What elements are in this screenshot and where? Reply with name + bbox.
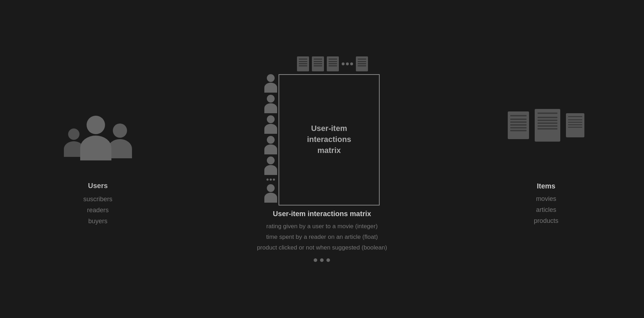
row-person-4 bbox=[264, 136, 277, 154]
person-head bbox=[267, 95, 275, 103]
person-body bbox=[108, 139, 132, 158]
users-visual bbox=[64, 89, 132, 160]
person-body bbox=[264, 103, 277, 113]
person-icon-medium bbox=[108, 124, 132, 158]
person-head bbox=[267, 115, 275, 123]
person-body bbox=[264, 193, 277, 203]
matrix-label-main: User-item interactions matrix bbox=[257, 210, 387, 218]
main-canvas: Users suscribers readers buyers bbox=[0, 0, 644, 318]
matrix-area: User-item interactions matrix bbox=[264, 74, 380, 205]
row-person-last bbox=[264, 184, 277, 203]
users-label-main: Users bbox=[83, 182, 112, 190]
left-labels: Users suscribers readers buyers bbox=[83, 182, 112, 229]
items-visual bbox=[508, 90, 584, 161]
col-doc-icon-1 bbox=[297, 56, 309, 71]
matrix-box-label: User-item interactions matrix bbox=[307, 123, 351, 156]
items-label-sub3: products bbox=[534, 217, 558, 225]
items-doc-large bbox=[508, 111, 529, 139]
matrix-label-sub1: rating given by a user to a movie (integ… bbox=[257, 223, 387, 230]
person-body bbox=[264, 165, 277, 175]
person-body bbox=[80, 136, 111, 160]
person-body bbox=[264, 83, 277, 93]
person-head bbox=[113, 124, 127, 138]
users-label-sub1: suscribers bbox=[83, 196, 112, 203]
row-person-1 bbox=[264, 74, 277, 93]
person-icon-large bbox=[80, 116, 111, 160]
row-person-5 bbox=[264, 157, 277, 175]
users-label-sub2: readers bbox=[83, 207, 112, 214]
items-label-main: Items bbox=[534, 182, 558, 190]
person-body bbox=[264, 124, 277, 134]
items-label-sub2: articles bbox=[534, 206, 558, 214]
right-labels: Items movies articles products bbox=[534, 182, 558, 228]
col-dots bbox=[342, 62, 353, 65]
matrix-box: User-item interactions matrix bbox=[279, 74, 380, 205]
person-head bbox=[267, 184, 275, 192]
column-icons bbox=[297, 56, 368, 71]
matrix-label-sub3: product clicked or not when suggested (b… bbox=[257, 244, 387, 251]
row-person-3 bbox=[264, 115, 277, 134]
person-head bbox=[267, 136, 275, 144]
person-head bbox=[267, 157, 275, 164]
col-doc-icon-2 bbox=[312, 56, 324, 71]
row-dots-separator bbox=[266, 179, 275, 181]
items-label-sub1: movies bbox=[534, 195, 558, 203]
person-body bbox=[264, 144, 277, 154]
row-icons bbox=[264, 74, 277, 203]
users-label-sub3: buyers bbox=[83, 218, 112, 225]
left-section: Users suscribers readers buyers bbox=[41, 89, 155, 229]
person-head bbox=[87, 116, 105, 134]
bottom-dots bbox=[257, 258, 387, 262]
items-doc-small bbox=[566, 113, 584, 137]
col-doc-icon-4 bbox=[356, 56, 368, 71]
person-head bbox=[267, 74, 275, 82]
row-person-2 bbox=[264, 95, 277, 113]
items-doc-medium bbox=[535, 109, 560, 142]
col-doc-icon-3 bbox=[327, 56, 339, 71]
person-head bbox=[68, 128, 79, 140]
matrix-label-sub2: time spent by a reader on an article (fl… bbox=[257, 234, 387, 241]
matrix-labels: User-item interactions matrix rating giv… bbox=[257, 210, 387, 262]
middle-section: User-item interactions matrix User-item … bbox=[194, 56, 450, 262]
right-section: Items movies articles products bbox=[489, 90, 603, 228]
